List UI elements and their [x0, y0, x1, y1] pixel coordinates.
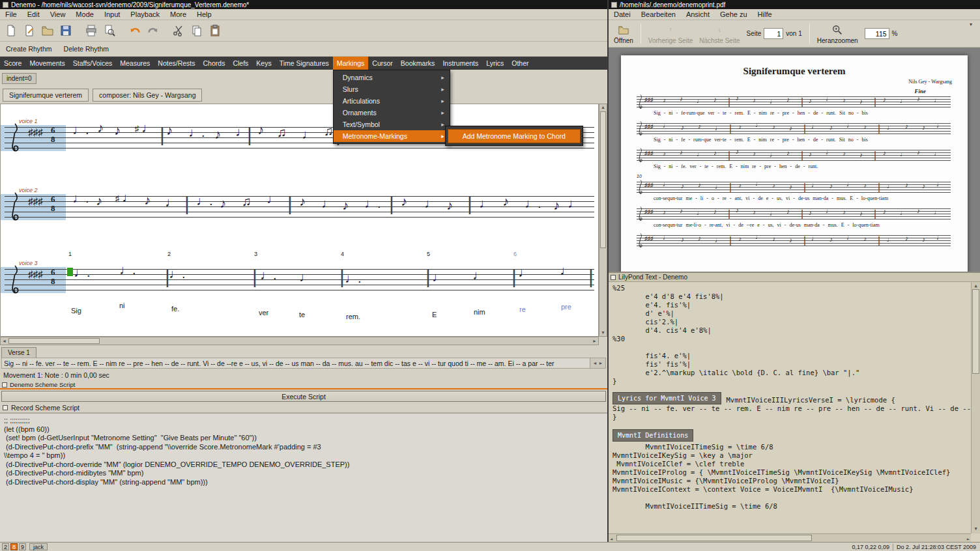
record-checkbox[interactable]	[3, 405, 8, 410]
menu-item-dynamics[interactable]: Dynamics ▸	[334, 72, 450, 83]
scheme-script-editor[interactable]: ;; ;;;;;;;;;; (let ((bpm 60)) (set! bpm …	[0, 413, 607, 542]
verse-tab[interactable]: Verse 1	[1, 347, 36, 358]
menu-item-ornaments[interactable]: Ornaments ▸	[334, 107, 450, 119]
open-button[interactable]: Öffnen	[614, 23, 633, 44]
copy-icon[interactable]	[188, 22, 205, 39]
scheme-panel-header[interactable]: Denemo Scheme Script	[0, 381, 607, 389]
score-vertical-scrollbar[interactable]: ▲ ▼	[599, 104, 607, 337]
edit-score-icon[interactable]	[21, 22, 38, 39]
create-rhythm-button[interactable]: Create Rhythm	[0, 44, 58, 54]
scrollbar-thumb[interactable]	[972, 289, 979, 374]
menu-item-slurs[interactable]: Slurs ▸	[334, 83, 450, 95]
menu-input[interactable]: Input	[99, 10, 125, 19]
menu-datei[interactable]: Datei	[609, 10, 636, 19]
menu-movements[interactable]: Movements	[25, 57, 68, 70]
menu-help[interactable]: Help	[192, 10, 217, 19]
scroll-down-icon[interactable]: ▼	[972, 525, 980, 533]
menu-markings[interactable]: Markings Dynamics ▸ Slurs ▸ Articulation…	[333, 57, 369, 70]
menu-ansicht[interactable]: Ansicht	[681, 10, 715, 19]
open-icon[interactable]	[39, 22, 56, 39]
menu-item-text-symbol[interactable]: Text/Symbol ▸	[334, 119, 450, 130]
menu-notes-rests[interactable]: Notes/Rests	[154, 57, 199, 70]
menu-score[interactable]: Score	[0, 57, 25, 70]
menu-edit[interactable]: Edit	[22, 10, 45, 19]
verse-text-editor[interactable]: Sig -- ni -- fe. ver -- te -- rem. E -- …	[1, 358, 606, 369]
scroll-left-icon[interactable]: ◄	[2, 339, 7, 343]
lilypond-titlebar[interactable]: LilyPond Text - Denemo	[609, 273, 980, 282]
jack-button[interactable]: jack	[29, 543, 48, 550]
lilypond-horizontal-scrollbar[interactable]: ◄ ►	[609, 533, 971, 542]
menu-view[interactable]: View	[45, 10, 71, 19]
menu-cursor[interactable]: Cursor	[368, 57, 397, 70]
window-title: /home/nils/.denemo/denemoprint.pdf	[620, 1, 725, 8]
denemo-titlebar[interactable]: Denemo - /home/nils/wacost-svn/denemo/20…	[0, 0, 607, 9]
lilypond-text-view[interactable]: %25 e'4 d'8 e'4 fis'8%| e'4. fis'%| d' e…	[609, 282, 971, 533]
definitions-code: MvmntIVoiceITimeSig = \time 6/8 MvmntIVo…	[612, 443, 967, 511]
pdf-titlebar[interactable]: /home/nils/.denemo/denemoprint.pdf	[609, 0, 980, 9]
menu-clefs[interactable]: Clefs	[229, 57, 252, 70]
page-number-input[interactable]	[764, 28, 783, 39]
menu-playback[interactable]: Playback	[125, 10, 165, 19]
zoom-in-button[interactable]: Heranzoomen	[817, 23, 858, 44]
scroll-down-icon[interactable]: ▼	[599, 330, 607, 336]
menu-measures[interactable]: Measures	[116, 57, 154, 70]
scroll-left-icon[interactable]: ◄	[610, 535, 612, 542]
zoom-level-input[interactable]	[865, 28, 889, 39]
workspace-2[interactable]: 2	[2, 543, 9, 550]
menu-gehe-zu[interactable]: Gehe zu	[715, 10, 753, 19]
score-horizontal-scrollbar[interactable]: ◄ ►	[0, 337, 599, 345]
save-icon[interactable]	[57, 22, 74, 39]
key-signature: ♯♯♯	[644, 96, 654, 103]
staff-lines[interactable]: ♩.♪♯♩♪♩|♩.♪♫♩|♪♩♪♩.|♪♩♪|♩♪♩.♪♩	[5, 196, 594, 218]
menu-hilfe[interactable]: Hilfe	[753, 10, 777, 19]
mvmnt-definitions-button[interactable]: MvmntI Definitions	[612, 429, 693, 442]
scroll-right-icon[interactable]: ►	[592, 339, 597, 343]
menu-item-articulations[interactable]: Articulations ▸	[334, 95, 450, 107]
composer-field[interactable]: composer: Nils Gey - Wargsang	[93, 89, 202, 102]
cut-icon[interactable]	[170, 22, 187, 39]
lyrics-voice3-button[interactable]: Lyrics for MvmntI Voice 3	[612, 392, 721, 404]
menu-bearbeiten[interactable]: Bearbeiten	[636, 10, 681, 19]
menu-mode[interactable]: Mode	[70, 10, 99, 19]
redo-icon[interactable]	[145, 22, 162, 39]
menu-more[interactable]: More	[165, 10, 192, 19]
undo-icon[interactable]	[126, 22, 143, 39]
staff-lines[interactable]: ♩.♩.♩.|♩.♩♩.||♩♩♩♩|||	[5, 269, 594, 290]
menu-chords[interactable]: Chords	[199, 57, 229, 70]
toolbar-overflow-caret-icon[interactable]: ▾	[967, 20, 975, 29]
lyrics-row[interactable]: Signife.verterem.Enimrepre	[5, 302, 594, 326]
menu-item-metronome-markings[interactable]: Metronome-Markings ▸ Add Metronome Marki…	[334, 130, 450, 142]
menu-instruments[interactable]: Instruments	[439, 57, 482, 70]
add-metronome-marking-item[interactable]: Add Metronome Marking to Chord	[448, 129, 581, 143]
closing-brace: }	[612, 413, 967, 421]
print-icon[interactable]	[83, 22, 100, 39]
scroll-right-icon[interactable]: ►	[967, 535, 970, 542]
menu-time-signatures[interactable]: Time Signatures	[276, 57, 333, 70]
print-preview-icon[interactable]	[101, 22, 118, 39]
menu-lyrics[interactable]: Lyrics	[482, 57, 508, 70]
scrollbar-thumb[interactable]	[616, 535, 812, 541]
verse-scroll-control[interactable]: ◄ ►	[590, 358, 605, 368]
scroll-up-icon[interactable]: ▲	[599, 104, 607, 111]
lilypond-vertical-scrollbar[interactable]: ▲ ▼	[971, 282, 980, 533]
menu-staffs-voices[interactable]: Staffs/Voices	[69, 57, 117, 70]
score-title-field[interactable]: Signiferumque verterem	[3, 89, 89, 102]
scrollbar-thumb[interactable]	[600, 111, 606, 248]
previous-page-button[interactable]: ↑ Vorherige Seite	[648, 23, 693, 44]
new-score-icon[interactable]	[3, 22, 20, 39]
menu-file[interactable]: File	[0, 10, 22, 19]
workspace-8-active[interactable]: 8	[10, 543, 18, 550]
menu-bookmarks[interactable]: Bookmarks	[397, 57, 439, 70]
paste-icon[interactable]	[207, 22, 223, 39]
next-page-button[interactable]: ↓ Nächste Seite	[699, 23, 740, 44]
scrollbar-thumb[interactable]	[8, 338, 100, 344]
document-area[interactable]: Signiferumque verterem Nils Gey - Wargsa…	[609, 48, 980, 272]
scroll-left-icon[interactable]: ◄	[593, 361, 598, 365]
menu-keys[interactable]: Keys	[252, 57, 275, 70]
menu-other[interactable]: Other	[508, 57, 532, 70]
workspace-9[interactable]: 9	[19, 543, 26, 550]
execute-script-button[interactable]: Execute Script	[1, 391, 606, 402]
scroll-right-icon[interactable]: ►	[599, 361, 603, 365]
indent-button[interactable]: indent=0	[2, 73, 36, 84]
delete-rhythm-button[interactable]: Delete Rhythm	[58, 44, 115, 54]
